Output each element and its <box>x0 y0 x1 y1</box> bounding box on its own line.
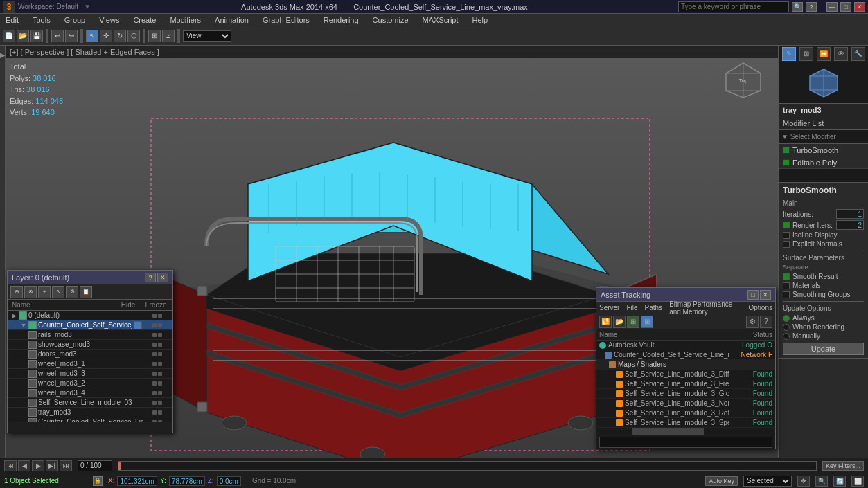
layer-row-selfservice[interactable]: Self_Service_Line_module_03 <box>8 398 172 408</box>
new-btn[interactable]: 📄 <box>3 30 15 42</box>
ld-layer-props[interactable]: ⚙ <box>66 286 78 298</box>
help-btn[interactable]: ? <box>806 2 817 12</box>
move-btn[interactable]: ✛ <box>100 30 112 42</box>
ld-d2[interactable] <box>158 333 162 337</box>
left-create-btn[interactable]: ▶ <box>1 48 5 61</box>
ld-d7[interactable] <box>152 362 157 366</box>
ld-d20[interactable] <box>158 420 162 422</box>
close-btn[interactable]: ✕ <box>854 2 865 12</box>
menu-rendering[interactable]: Rendering <box>321 16 362 24</box>
asset-row-vault[interactable]: Autodesk Vault Logged O <box>596 341 775 350</box>
asset-scrollbar[interactable] <box>596 428 775 435</box>
ld-d6[interactable] <box>158 352 162 356</box>
viewport-orbit-btn[interactable]: 🔄 <box>833 476 846 487</box>
asset-row-diffuse[interactable]: Self_Service_Line_module_3_Diffuse.png F… <box>596 370 775 379</box>
rotate-btn[interactable]: ↻ <box>114 30 126 42</box>
asset-menu-options[interactable]: Options <box>749 304 772 311</box>
ld-d15[interactable] <box>152 401 157 405</box>
auto-key-btn[interactable]: Auto Key <box>705 476 738 486</box>
selected-dropdown[interactable]: Selected <box>743 476 792 487</box>
nav-play-back[interactable]: ⏮ <box>4 460 17 471</box>
layer-row-showcase[interactable]: showcase_mod3 <box>8 340 172 350</box>
minimize-btn[interactable]: — <box>826 2 838 12</box>
ts-isoline-check[interactable] <box>783 232 790 239</box>
ld-hide-dot2[interactable] <box>152 323 157 327</box>
layer-row-counter2[interactable]: Counter_Cooled_Self_Service_Line <box>8 417 172 422</box>
asset-menu-bitmap[interactable]: Bitmap Performance and Memory <box>669 300 741 316</box>
asset-path-input[interactable] <box>599 437 772 448</box>
asset-scrollbar-thumb[interactable] <box>632 428 704 435</box>
save-btn[interactable]: 💾 <box>30 30 43 42</box>
search-input[interactable] <box>678 1 789 12</box>
ld-d1[interactable] <box>152 333 157 337</box>
ts-materials-check[interactable] <box>783 282 790 289</box>
ts-update-button[interactable]: Update <box>783 343 864 355</box>
menu-help[interactable]: Help <box>470 16 491 24</box>
asset-row-specular[interactable]: Self_Service_Line_module_3_Specular.png … <box>596 418 775 428</box>
asset-tool-2[interactable]: 📂 <box>613 316 626 328</box>
ld-d17[interactable] <box>152 410 157 415</box>
ld-d3[interactable] <box>152 343 157 347</box>
menu-modifiers[interactable]: Modifiers <box>167 16 204 24</box>
layer-check-counter[interactable] <box>134 321 142 329</box>
layer-row-wheel2[interactable]: wheel_mod3_2 <box>8 379 172 388</box>
modifier-turbosmooth[interactable]: TurboSmooth <box>779 144 868 156</box>
menu-create[interactable]: Create <box>130 16 159 24</box>
layer-row-default[interactable]: ▶ 0 (default) <box>8 311 172 320</box>
nav-next-frame[interactable]: ▶| <box>46 460 58 471</box>
viewport-pan-btn[interactable]: ✥ <box>797 476 810 487</box>
ts-always-radio[interactable] <box>783 315 790 322</box>
ld-d8[interactable] <box>158 362 162 366</box>
modifier-editable-poly[interactable]: Editable Poly <box>779 156 868 169</box>
ld-select[interactable]: ↖ <box>52 286 64 298</box>
ld-d11[interactable] <box>152 381 157 386</box>
rp-hierarchy-btn[interactable]: ⊠ <box>799 47 813 61</box>
asset-row-file[interactable]: Counter_Cooled_Self_Service_Line_max_vra… <box>596 350 775 360</box>
rp-modify-btn[interactable]: ✎ <box>782 47 796 61</box>
ld-delete-layer[interactable]: ⊗ <box>24 286 37 298</box>
asset-row-normal[interactable]: Self_Service_Line_module_3_Normal.png Fo… <box>596 399 775 408</box>
asset-menu-paths[interactable]: Paths <box>645 304 663 311</box>
asset-tool-4[interactable]: ⊞ <box>641 316 653 328</box>
ld-freeze-dot2[interactable] <box>158 323 162 327</box>
ts-iterations-input[interactable] <box>836 209 864 219</box>
rp-display-btn[interactable]: 👁 <box>834 47 848 61</box>
ld-d19[interactable] <box>152 420 157 422</box>
menu-edit[interactable]: Edit <box>3 16 21 24</box>
layer-row-doors[interactable]: doors_mod3 <box>8 350 172 359</box>
layer-dialog-help[interactable]: ? <box>145 273 156 282</box>
timeline-playhead[interactable] <box>118 462 121 470</box>
layer-row-rails[interactable]: rails_mod3 <box>8 330 172 340</box>
menu-maxscript[interactable]: MAXScript <box>420 16 461 24</box>
ld-d5[interactable] <box>152 352 157 356</box>
key-filters-btn[interactable]: Key Filters... <box>822 461 864 471</box>
layer-row-tray[interactable]: tray_mod3 <box>8 408 172 417</box>
layer-row-wheel4[interactable]: wheel_mod3_4 <box>8 388 172 398</box>
ts-smooth-check[interactable] <box>783 273 790 280</box>
asset-row-maps[interactable]: Maps / Shaders <box>596 360 775 370</box>
menu-animation[interactable]: Animation <box>212 16 251 24</box>
reference-select[interactable]: View Screen <box>183 30 231 42</box>
ld-new-layer[interactable]: ⊕ <box>10 286 23 298</box>
timeline-track[interactable] <box>118 461 817 471</box>
rp-utilities-btn[interactable]: 🔧 <box>851 47 865 61</box>
ld-d12[interactable] <box>158 381 162 386</box>
viewport-cube[interactable]: Top <box>723 60 764 101</box>
undo-btn[interactable]: ↩ <box>51 30 64 42</box>
ts-explicit-check[interactable] <box>783 241 790 248</box>
nav-play[interactable]: ▶ <box>32 460 44 471</box>
asset-tool-5[interactable]: ⚙ <box>746 316 759 328</box>
layer-dialog-header[interactable]: Layer: 0 (default) ? ✕ <box>8 271 172 284</box>
menu-customize[interactable]: Customize <box>370 16 411 24</box>
menu-group[interactable]: Group <box>62 16 89 24</box>
layer-expand-default[interactable]: ▶ <box>10 312 17 319</box>
asset-row-glossiness[interactable]: Self_Service_Line_module_3_Glossiness.pn… <box>596 389 775 399</box>
search-btn[interactable]: 🔍 <box>792 2 803 12</box>
ld-d18[interactable] <box>158 410 162 415</box>
snap-btn[interactable]: ⊞ <box>148 30 161 42</box>
ld-add-to-layer[interactable]: + <box>38 286 51 298</box>
ld-freeze-dot[interactable] <box>158 314 162 318</box>
asset-row-refraction[interactable]: Self_Service_Line_module_3_Refraction.pn… <box>596 408 775 418</box>
ld-d4[interactable] <box>158 343 162 347</box>
x-val[interactable]: 101.321cm <box>117 476 157 486</box>
